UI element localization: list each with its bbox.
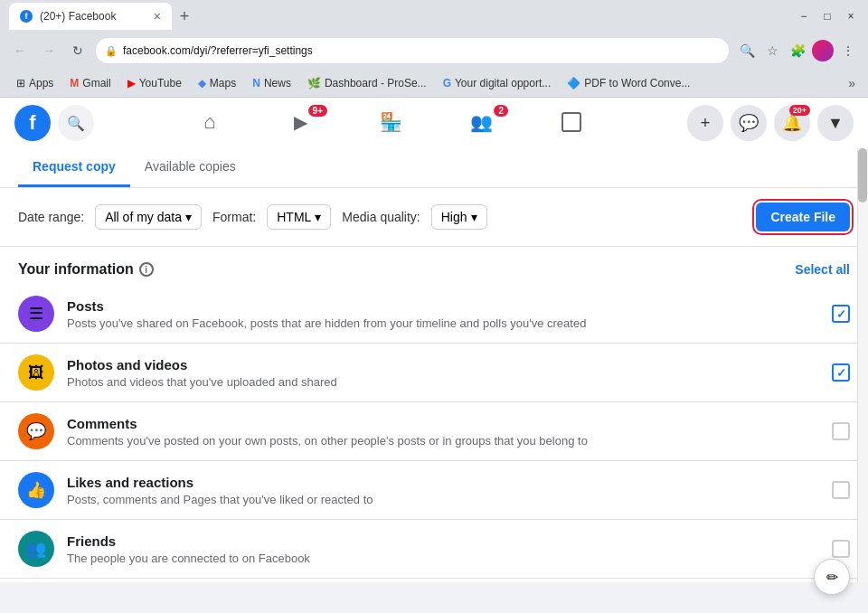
refresh-button[interactable]: ↻ [67, 40, 89, 61]
your-information-header: Your information i Select all [0, 247, 868, 285]
google-icon: G [443, 77, 451, 90]
tab-close-btn[interactable]: × [154, 9, 161, 24]
comments-desc: Comments you've posted on your own posts… [67, 434, 819, 448]
facebook-logo[interactable]: f [14, 105, 51, 141]
profile-icon[interactable] [812, 40, 834, 61]
comments-checkbox[interactable] [832, 422, 850, 440]
data-item-stories: ⭕StoriesPhotos and videos you've shared … [0, 579, 868, 582]
nav-watch[interactable]: ▶ 9+ [255, 98, 345, 148]
account-button[interactable]: ▼ [817, 105, 854, 141]
apps-icon: ⊞ [16, 77, 25, 90]
nav-groups[interactable]: 👥 2 [436, 98, 526, 148]
lock-icon: 🔒 [105, 45, 118, 57]
forward-button[interactable]: → [38, 40, 60, 61]
facebook-header: f 🔍 ⌂ ▶ 9+ 🏪 👥 2 + [0, 98, 868, 148]
plus-button[interactable]: + [687, 105, 723, 141]
news-icon: N [252, 77, 260, 90]
format-select[interactable]: HTML ▾ [267, 204, 331, 230]
bookmark-icon[interactable]: ☆ [761, 40, 783, 61]
likes-icon: 👍 [18, 472, 54, 508]
extensions-icon[interactable]: 🧩 [787, 40, 808, 61]
bookmark-youtube[interactable]: ▶ YouTube [120, 74, 189, 92]
messenger-icon: 💬 [739, 113, 759, 133]
address-bar[interactable]: 🔒 facebook.com/dyi/?referrer=yfi_setting… [96, 38, 729, 63]
bookmark-pdf[interactable]: 🔷 PDF to Word Conve... [560, 74, 697, 92]
new-tab-button[interactable]: + [172, 4, 197, 29]
tab-available-copies[interactable]: Available copies [130, 148, 250, 187]
data-item-posts: ☰PostsPosts you've shared on Facebook, p… [0, 285, 868, 344]
bookmark-google[interactable]: G Your digital opport... [436, 74, 559, 92]
bookmark-dashboard[interactable]: 🌿 Dashboard - ProSe... [300, 74, 434, 92]
quality-value: High [441, 210, 467, 224]
address-text: facebook.com/dyi/?referrer=yfi_settings [123, 44, 720, 57]
select-all-button[interactable]: Select all [795, 262, 850, 277]
quality-select[interactable]: High ▾ [431, 204, 487, 230]
your-info-title: Your information i [18, 261, 154, 278]
info-icon[interactable]: i [139, 262, 154, 277]
pdf-label: PDF to Word Conve... [584, 77, 690, 90]
nav-marketplace[interactable]: 🏪 [345, 98, 436, 148]
maps-label: Maps [210, 77, 236, 90]
bookmark-news[interactable]: N News [245, 74, 298, 92]
tab-favicon: f [20, 10, 33, 23]
window-controls: − □ × [796, 8, 859, 24]
posts-text: PostsPosts you've shared on Facebook, po… [67, 298, 819, 330]
facebook-search-button[interactable]: 🔍 [58, 105, 94, 141]
friends-text: FriendsThe people you are connected to o… [67, 533, 819, 565]
quality-arrow: ▾ [471, 210, 477, 224]
friends-name: Friends [67, 533, 819, 549]
bookmark-apps[interactable]: ⊞ Apps [9, 74, 61, 92]
content-tabs: Request copy Available copies [0, 148, 868, 188]
gaming-icon [561, 112, 581, 132]
dashboard-label: Dashboard - ProSe... [325, 77, 427, 90]
maps-icon: ◆ [198, 77, 206, 90]
create-file-button[interactable]: Create File [756, 203, 850, 231]
edit-icon: ✏ [826, 569, 838, 583]
scroll-thumb[interactable] [858, 148, 867, 203]
more-bookmarks-button[interactable]: » [844, 74, 859, 92]
scrollbar[interactable] [857, 148, 868, 582]
data-item-friends: 👥FriendsThe people you are connected to … [0, 520, 868, 579]
bookmark-gmail[interactable]: M Gmail [62, 74, 118, 92]
friends-desc: The people you are connected to on Faceb… [67, 552, 819, 565]
tab-request-copy[interactable]: Request copy [18, 148, 130, 187]
photos-text: Photos and videosPhotos and videos that … [67, 357, 819, 389]
watch-badge: 9+ [308, 105, 327, 117]
bookmarks-bar: ⊞ Apps M Gmail ▶ YouTube ◆ Maps N News 🌿… [0, 69, 868, 98]
date-range-select[interactable]: All of my data ▾ [95, 204, 202, 230]
photos-desc: Photos and videos that you've uploaded a… [67, 375, 819, 389]
nav-gaming[interactable] [526, 98, 617, 148]
menu-icon[interactable]: ⋮ [837, 40, 859, 61]
likes-name: Likes and reactions [67, 475, 819, 490]
friends-checkbox[interactable] [832, 540, 850, 558]
likes-desc: Posts, comments and Pages that you've li… [67, 493, 819, 506]
data-items-list: ☰PostsPosts you've shared on Facebook, p… [0, 285, 868, 582]
facebook-actions: + 💬 🔔 20+ ▼ [687, 105, 854, 141]
watch-icon: ▶ [294, 111, 307, 133]
photos-checkbox[interactable] [832, 363, 850, 382]
likes-checkbox[interactable] [832, 481, 850, 499]
quality-label: Media quality: [342, 210, 420, 224]
notification-badge: 20+ [789, 105, 810, 116]
nav-home[interactable]: ⌂ [165, 98, 255, 148]
close-button[interactable]: × [843, 8, 859, 24]
gmail-icon: M [70, 77, 79, 90]
format-value: HTML [277, 210, 311, 224]
home-icon: ⌂ [203, 110, 215, 134]
youtube-label: YouTube [139, 77, 182, 90]
browser-tab[interactable]: f (20+) Facebook × [9, 3, 172, 30]
notifications-button[interactable]: 🔔 20+ [774, 105, 810, 141]
messenger-button[interactable]: 💬 [731, 105, 767, 141]
facebook-content: Request copy Available copies Date range… [0, 148, 868, 582]
friends-icon: 👥 [18, 531, 54, 567]
search-toolbar-icon[interactable]: 🔍 [736, 40, 758, 61]
bookmark-maps[interactable]: ◆ Maps [191, 74, 243, 92]
maximize-button[interactable]: □ [819, 8, 835, 24]
data-item-comments: 💬CommentsComments you've posted on your … [0, 402, 868, 461]
gmail-label: Gmail [82, 77, 110, 90]
posts-icon: ☰ [18, 296, 54, 332]
posts-checkbox[interactable] [832, 305, 850, 323]
minimize-button[interactable]: − [796, 8, 812, 24]
title-bar: f (20+) Facebook × + − □ × [0, 0, 868, 33]
back-button[interactable]: ← [9, 40, 31, 61]
